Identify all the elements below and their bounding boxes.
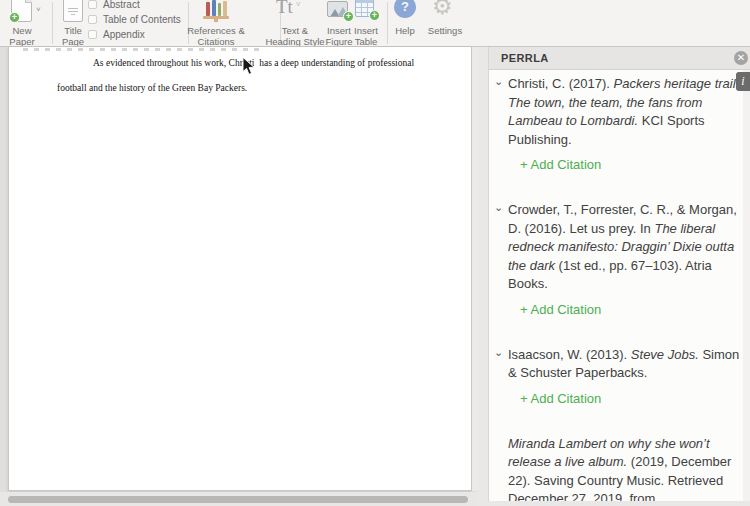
settings-label: Settings	[425, 26, 465, 37]
toolbar: + ˅ New Paper Title Page Abstract Table …	[0, 0, 750, 47]
perrla-app-window: + ˅ New Paper Title Page Abstract Table …	[0, 0, 750, 506]
document-page[interactable]: As evidenced throughout his work, Christ…	[8, 47, 472, 491]
citation-entry: ⌄Christi, C. (2017). Packers heritage tr…	[494, 75, 736, 172]
citation-text: Crowder, T., Forrester, C. R., & Morgan,…	[508, 201, 741, 294]
checkbox-row-toc[interactable]: Table of Contents	[88, 13, 181, 25]
new-paper-icon: +	[11, 0, 32, 22]
chevron-down-icon[interactable]: ⌄	[494, 346, 503, 359]
vertical-scrollbar-track[interactable]	[472, 47, 478, 491]
table-of-contents-label: Table of Contents	[103, 14, 181, 25]
citation-text: Isaacson, W. (2013). Steve Jobs. Simon &…	[508, 346, 741, 383]
sidebar-header: PERRLA ✕	[489, 47, 750, 70]
horizontal-scrollbar-track[interactable]	[0, 492, 478, 506]
bookshelf-icon	[203, 0, 229, 22]
citation-list: ⌄Christi, C. (2017). Packers heritage tr…	[489, 70, 750, 501]
add-citation-button[interactable]: + Add Citation	[520, 302, 736, 317]
table-of-contents-checkbox[interactable]	[88, 15, 97, 24]
sidebar-scrollbar-track[interactable]	[743, 70, 750, 501]
chevron-down-icon[interactable]: ⌄	[494, 201, 503, 214]
text-style-icon: Tt˅	[276, 0, 300, 18]
plus-badge-icon: +	[343, 11, 354, 22]
citation-text: Christi, C. (2017). Packers heritage tra…	[508, 75, 741, 149]
close-icon[interactable]: ✕	[734, 51, 748, 65]
plus-badge-icon: +	[9, 12, 20, 23]
gear-icon: ⚙	[432, 0, 453, 19]
document-pane: As evidenced throughout his work, Christ…	[0, 47, 478, 506]
mouse-cursor-icon	[242, 57, 255, 80]
insert-table-label: Insert Table	[351, 26, 381, 47]
toolbar-divider	[52, 2, 53, 44]
document-text-line: football and the history of the Green Ba…	[57, 83, 247, 93]
abstract-label: Abstract	[103, 0, 140, 10]
horizontal-scrollbar-thumb[interactable]	[8, 496, 468, 503]
appendix-checkbox[interactable]	[88, 30, 97, 39]
help-icon: ?	[394, 0, 416, 18]
help-label: Help	[392, 26, 418, 37]
citation-text: Miranda Lambert on why she won’t release…	[508, 435, 741, 502]
add-citation-button[interactable]: + Add Citation	[520, 157, 736, 172]
chevron-down-icon[interactable]: ˅	[296, 0, 301, 9]
references-sidebar: PERRLA ✕ ⌄Christi, C. (2017). Packers he…	[488, 47, 750, 501]
text-heading-style-label: Text & Heading Style	[265, 26, 325, 47]
chevron-down-icon[interactable]: ⌄	[494, 75, 503, 88]
citation-entry: Miranda Lambert on why she won’t release…	[494, 435, 736, 502]
appendix-label: Appendix	[103, 29, 145, 40]
citation-entry: ⌄Isaacson, W. (2013). Steve Jobs. Simon …	[494, 346, 736, 406]
title-page-label: Title Page	[56, 26, 90, 47]
toolbar-divider	[387, 2, 388, 44]
sidebar-title: PERRLA	[501, 52, 549, 64]
new-paper-label: New Paper	[2, 26, 42, 47]
checkbox-row-appendix[interactable]: Appendix	[88, 28, 145, 40]
checkbox-row-abstract[interactable]: Abstract	[88, 0, 140, 10]
citation-entry: ⌄Crowder, T., Forrester, C. R., & Morgan…	[494, 201, 736, 317]
clipped-text-remnant	[23, 48, 263, 51]
citation-info-tab[interactable]: i	[736, 72, 750, 91]
chevron-down-icon[interactable]: ˅	[36, 5, 41, 14]
plus-badge-icon: +	[369, 10, 380, 21]
add-citation-button[interactable]: + Add Citation	[520, 391, 736, 406]
abstract-checkbox[interactable]	[88, 0, 97, 9]
references-citations-label: References & Citations	[183, 26, 249, 47]
title-page-icon	[63, 0, 83, 22]
